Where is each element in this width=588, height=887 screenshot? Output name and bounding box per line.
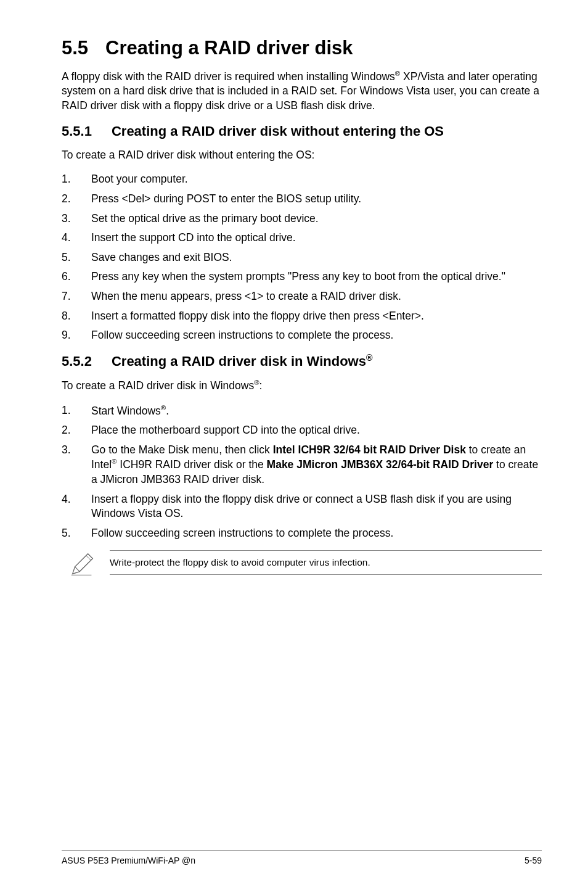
page-title: 5.5Creating a RAID driver disk xyxy=(62,37,542,59)
item-number: 1. xyxy=(62,403,91,418)
footer-left: ASUS P5E3 Premium/WiFi-AP @n xyxy=(62,856,195,865)
item-text: Boot your computer. xyxy=(91,172,542,187)
list-item: 3.Go to the Make Disk menu, then click I… xyxy=(62,443,542,487)
pencil-icon xyxy=(68,550,105,582)
note-text: Write-protect the floppy disk to avoid c… xyxy=(110,557,542,568)
section-text: Creating a RAID driver disk in Windows® xyxy=(112,353,373,369)
registered-mark: ® xyxy=(395,70,400,77)
title-text: Creating a RAID driver disk xyxy=(105,37,353,59)
list-item: 2.Place the motherboard support CD into … xyxy=(62,423,542,438)
item-number: 4. xyxy=(62,492,91,521)
item-text: Press any key when the system prompts "P… xyxy=(91,270,542,284)
list-item: 2.Press <Del> during POST to enter the B… xyxy=(62,192,542,207)
footer-right: 5-59 xyxy=(525,856,542,865)
list-item: 9.Follow succeeding screen instructions … xyxy=(62,328,542,343)
item-number: 2. xyxy=(62,192,91,207)
list-item: 6.Press any key when the system prompts … xyxy=(62,270,542,284)
item-text: Set the optical drive as the primary boo… xyxy=(91,212,542,226)
item-number: 5. xyxy=(62,250,91,265)
item-text: Place the motherboard support CD into th… xyxy=(91,423,542,438)
item-text: Insert a formatted floppy disk into the … xyxy=(91,309,542,324)
svg-line-0 xyxy=(75,567,80,572)
title-number: 5.5 xyxy=(62,37,88,59)
list-item: 5.Save changes and exit BIOS. xyxy=(62,250,542,265)
item-number: 6. xyxy=(62,270,91,284)
section-5-5-2-lead: To create a RAID driver disk in Windows®… xyxy=(62,378,542,393)
registered-mark: ® xyxy=(254,379,259,386)
item-number: 5. xyxy=(62,526,91,541)
page-footer: ASUS P5E3 Premium/WiFi-AP @n 5-59 xyxy=(62,850,542,865)
item-text: Follow succeeding screen instructions to… xyxy=(91,328,542,343)
item-text: Press <Del> during POST to enter the BIO… xyxy=(91,192,542,207)
item-text: Go to the Make Disk menu, then click Int… xyxy=(91,443,542,487)
section-5-5-1-list: 1.Boot your computer. 2.Press <Del> duri… xyxy=(62,172,542,343)
section-5-5-2-title: 5.5.2Creating a RAID driver disk in Wind… xyxy=(62,353,542,369)
item-text: Follow succeeding screen instructions to… xyxy=(91,526,542,541)
item-number: 9. xyxy=(62,328,91,343)
registered-mark: ® xyxy=(366,353,373,363)
section-5-5-1-title: 5.5.1Creating a RAID driver disk without… xyxy=(62,123,542,139)
item-number: 8. xyxy=(62,309,91,324)
list-item: 3.Set the optical drive as the primary b… xyxy=(62,212,542,226)
item-number: 1. xyxy=(62,172,91,187)
item-number: 7. xyxy=(62,289,91,304)
list-item: 1.Start Windows®. xyxy=(62,403,542,418)
list-item: 8.Insert a formatted floppy disk into th… xyxy=(62,309,542,324)
section-5-5-1-lead: To create a RAID driver disk without ent… xyxy=(62,148,542,163)
item-text: Start Windows®. xyxy=(91,403,542,418)
registered-mark: ® xyxy=(161,404,166,411)
list-item: 5.Follow succeeding screen instructions … xyxy=(62,526,542,541)
list-item: 7.When the menu appears, press <1> to cr… xyxy=(62,289,542,304)
item-text: Insert the support CD into the optical d… xyxy=(91,231,542,245)
item-number: 4. xyxy=(62,231,91,245)
note-block: Write-protect the floppy disk to avoid c… xyxy=(68,550,542,582)
section-number: 5.5.1 xyxy=(62,123,92,139)
item-text: Save changes and exit BIOS. xyxy=(91,250,542,265)
item-number: 2. xyxy=(62,423,91,438)
item-text: Insert a floppy disk into the floppy dis… xyxy=(91,492,542,521)
intro-paragraph: A floppy disk with the RAID driver is re… xyxy=(62,69,542,113)
item-text: When the menu appears, press <1> to crea… xyxy=(91,289,542,304)
list-item: 4.Insert a floppy disk into the floppy d… xyxy=(62,492,542,521)
item-number: 3. xyxy=(62,212,91,226)
list-item: 4.Insert the support CD into the optical… xyxy=(62,231,542,245)
item-number: 3. xyxy=(62,443,91,487)
section-5-5-2-list: 1.Start Windows®. 2.Place the motherboar… xyxy=(62,403,542,541)
section-number: 5.5.2 xyxy=(62,353,92,369)
list-item: 1.Boot your computer. xyxy=(62,172,542,187)
section-text: Creating a RAID driver disk without ente… xyxy=(112,123,444,139)
note-text-wrap: Write-protect the floppy disk to avoid c… xyxy=(110,550,542,575)
